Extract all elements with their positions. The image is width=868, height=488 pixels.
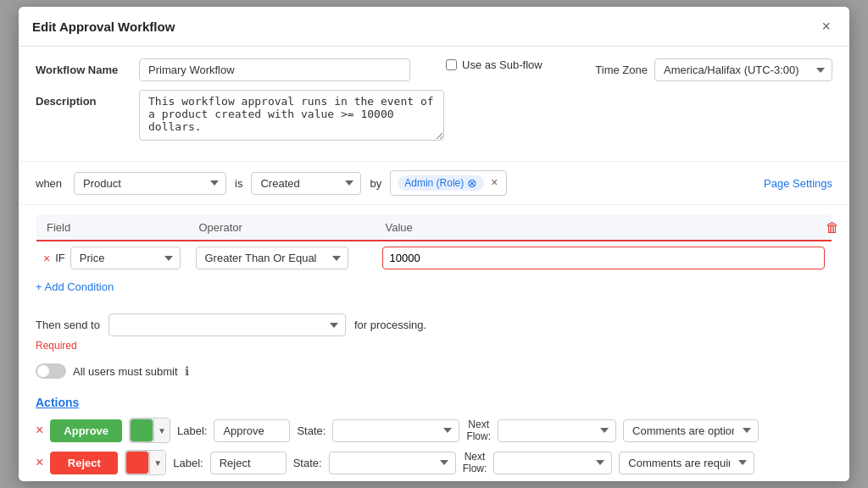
reject-next-flow-select[interactable]	[493, 452, 612, 474]
add-condition-button[interactable]: + Add Condition	[36, 275, 114, 298]
reject-label-label: Label:	[173, 457, 203, 469]
tag-remove-button[interactable]: ⊗	[467, 177, 477, 189]
tag-container[interactable]: Admin (Role) ⊗ ×	[390, 170, 507, 196]
approve-label-input[interactable]	[214, 419, 290, 442]
approve-state-select[interactable]	[332, 419, 459, 442]
reject-state-label: State:	[293, 457, 322, 469]
info-icon: ℹ	[185, 364, 189, 378]
all-users-toggle[interactable]	[36, 363, 66, 379]
workflow-name-input[interactable]	[139, 58, 410, 81]
col-field: Field	[36, 214, 189, 241]
reject-next-flow-label2: Flow:	[463, 463, 487, 474]
modal-overlay: Edit Approval Workflow × Workflow Name U…	[0, 0, 868, 488]
if-cell: × IF Price	[43, 247, 182, 269]
if-label: IF	[55, 252, 65, 264]
description-row: Description This workflow approval runs …	[36, 90, 832, 141]
close-button[interactable]: ×	[816, 17, 836, 36]
approve-color-swatch[interactable]	[130, 419, 153, 442]
approve-state-label: State:	[297, 424, 326, 437]
reject-remove-button[interactable]: ×	[36, 455, 43, 470]
approve-next-flow-select[interactable]	[498, 419, 616, 442]
reject-label-input[interactable]	[210, 452, 287, 474]
description-label: Description	[36, 90, 129, 108]
then-section: Then send to for processing.	[19, 307, 849, 343]
value-input[interactable]	[382, 247, 826, 269]
approve-remove-button[interactable]: ×	[36, 423, 43, 438]
condition-row-1: × IF Price Greater Than Or Equal	[36, 241, 832, 275]
timezone-section: Time Zone America/Halifax (UTC-3:00)	[595, 58, 832, 81]
use-as-subflow-label[interactable]: Use as Sub-flow	[446, 58, 542, 71]
then-send-to-select[interactable]	[108, 313, 346, 336]
reject-action-row: × Reject ▼ Label: State: Next Flow:	[36, 450, 832, 475]
actions-title: Actions	[36, 396, 832, 409]
modal-title: Edit Approval Workflow	[32, 19, 175, 34]
actions-section: Actions × Approve ▼ Label: State:	[19, 387, 849, 481]
next-flow-wrapper: Next Flow:	[466, 419, 491, 442]
created-select[interactable]: Created	[251, 172, 361, 195]
table-header-row: Field Operator Value	[36, 214, 832, 241]
when-label: when	[36, 177, 62, 190]
approve-comments-select[interactable]: Comments are optional	[623, 419, 759, 442]
required-text: Required	[19, 340, 849, 355]
toggle-section: All users must submit ℹ	[19, 358, 849, 387]
modal-header: Edit Approval Workflow ×	[19, 7, 849, 47]
if-remove-button[interactable]: ×	[43, 252, 50, 265]
by-label: by	[370, 177, 381, 190]
delete-condition-icon[interactable]: 🗑	[826, 220, 839, 236]
page-settings-link[interactable]: Page Settings	[764, 177, 832, 190]
approve-color-dropdown[interactable]: ▼	[129, 418, 170, 443]
modal-body: Workflow Name Use as Sub-flow Time Zone …	[19, 47, 849, 481]
col-value: Value	[376, 214, 832, 241]
use-as-subflow-checkbox[interactable]	[446, 59, 457, 70]
for-processing-label: for processing.	[354, 319, 426, 331]
approve-color-arrow[interactable]: ▼	[153, 419, 170, 442]
product-select[interactable]: Product	[74, 172, 226, 195]
conditions-table: Field Operator Value × IF	[36, 214, 832, 275]
reject-button[interactable]: Reject	[50, 452, 118, 474]
approve-action-row: × Approve ▼ Label: State: Next Flow:	[36, 418, 832, 443]
reject-next-flow-wrapper: Next Flow:	[463, 451, 487, 474]
toggle-label: All users must submit	[73, 365, 178, 378]
operator-select[interactable]: Greater Than Or Equal	[196, 247, 348, 269]
reject-state-select[interactable]	[329, 452, 456, 474]
reject-next-flow-label: Next	[465, 451, 486, 463]
edit-approval-modal: Edit Approval Workflow × Workflow Name U…	[19, 7, 849, 481]
reject-comments-select[interactable]: Comments are required	[619, 452, 754, 474]
approve-label-label: Label:	[177, 424, 207, 437]
is-label: is	[235, 177, 242, 190]
description-textarea[interactable]: This workflow approval runs in the event…	[139, 90, 444, 141]
approve-button[interactable]: Approve	[50, 419, 122, 442]
next-flow-label: Next	[468, 419, 489, 430]
reject-color-swatch[interactable]	[125, 451, 149, 474]
workflow-name-row: Workflow Name Use as Sub-flow Time Zone …	[36, 58, 832, 81]
reject-color-arrow[interactable]: ▼	[149, 451, 165, 474]
workflow-name-label: Workflow Name	[36, 58, 129, 76]
next-flow-label2: Flow:	[466, 430, 491, 442]
timezone-label: Time Zone	[595, 64, 648, 76]
when-section: when Product is Created by Admin (Role) …	[19, 162, 849, 205]
then-label: Then send to	[36, 319, 100, 331]
timezone-select[interactable]: America/Halifax (UTC-3:00)	[654, 58, 832, 81]
conditions-section: 🗑 Field Operator Value	[19, 205, 849, 307]
field-select[interactable]: Price	[70, 247, 181, 269]
admin-role-tag: Admin (Role) ⊗	[398, 175, 484, 191]
workflow-name-section: Workflow Name Use as Sub-flow Time Zone …	[19, 47, 849, 162]
col-operator: Operator	[189, 214, 376, 241]
tag-container-close[interactable]: ×	[489, 174, 499, 191]
reject-color-dropdown[interactable]: ▼	[125, 450, 166, 475]
